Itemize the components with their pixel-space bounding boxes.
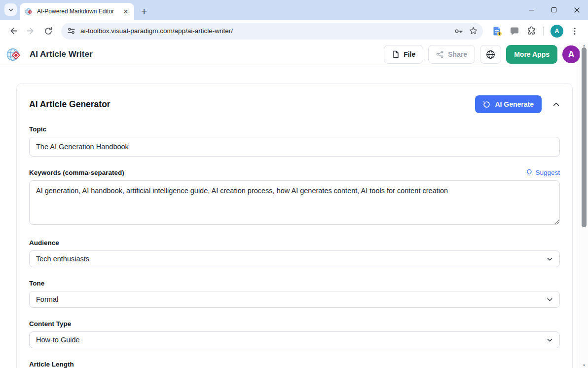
browser-tab-active[interactable]: AI-Powered Markdown Editor ✕: [20, 3, 134, 20]
password-key-icon[interactable]: [454, 26, 464, 36]
close-window-button[interactable]: [565, 0, 588, 20]
audience-select[interactable]: Tech enthusiasts: [29, 250, 560, 267]
keywords-label: Keywords (comma-separated): [29, 169, 124, 176]
content-type-value: How-to Guide: [36, 336, 80, 344]
minimize-button[interactable]: [520, 0, 543, 20]
ai-generate-icon: [483, 101, 490, 108]
docs-extension-icon[interactable]: [492, 26, 503, 37]
url-text[interactable]: ai-toolbox.visual-paradigm.com/app/ai-ar…: [80, 27, 449, 35]
scroll-down-icon[interactable]: ▼: [580, 362, 588, 368]
globe-icon: [486, 50, 495, 59]
page-scrollbar[interactable]: ▲ ▼: [580, 42, 588, 368]
reload-icon[interactable]: [40, 23, 56, 39]
app-title: AI Article Writer: [30, 49, 93, 59]
topic-input[interactable]: [29, 137, 560, 157]
extensions-puzzle-icon[interactable]: [526, 26, 536, 36]
tone-label: Tone: [29, 280, 560, 287]
keywords-textarea[interactable]: AI generation, AI handbook, artificial i…: [29, 180, 560, 225]
file-button-label: File: [404, 50, 415, 58]
file-document-icon: [392, 50, 400, 58]
audience-label: Audience: [29, 239, 560, 246]
tab-search-button[interactable]: [4, 3, 17, 16]
browser-toolbar: ai-toolbox.visual-paradigm.com/app/ai-ar…: [0, 20, 588, 42]
chevron-down-icon: [547, 256, 553, 262]
scrollbar-thumb[interactable]: [582, 47, 587, 227]
suggest-label: Suggest: [535, 169, 560, 176]
back-icon[interactable]: [5, 23, 21, 39]
kebab-menu-icon[interactable]: [570, 27, 579, 36]
share-button[interactable]: Share: [428, 45, 475, 64]
site-settings-icon[interactable]: [67, 27, 75, 35]
favicon-icon: [25, 7, 33, 16]
suggest-link[interactable]: Suggest: [526, 169, 560, 176]
browser-profile-avatar[interactable]: A: [551, 25, 563, 38]
chevron-down-icon: [547, 337, 553, 343]
article-generator-card: AI Article Generator AI Generate Topic K…: [16, 83, 573, 368]
collapse-chevron-up-icon[interactable]: [552, 101, 560, 108]
ai-generate-button[interactable]: AI Generate: [475, 95, 542, 113]
topic-label: Topic: [29, 125, 560, 133]
content-type-label: Content Type: [29, 320, 560, 327]
lightbulb-icon: [526, 169, 533, 176]
browser-titlebar: AI-Powered Markdown Editor ✕ +: [0, 0, 588, 20]
share-button-label: Share: [448, 50, 467, 58]
tone-select[interactable]: Formal: [29, 291, 560, 308]
tab-title: AI-Powered Markdown Editor: [37, 8, 117, 15]
bookmark-star-icon[interactable]: [469, 26, 478, 36]
ai-generate-label: AI Generate: [495, 100, 534, 108]
content-type-select[interactable]: How-to Guide: [29, 331, 560, 348]
app-header: AI Article Writer File Share More Apps A: [0, 42, 588, 67]
tab-close-icon[interactable]: ✕: [121, 7, 130, 16]
tone-value: Formal: [36, 295, 58, 303]
article-length-label: Article Length: [29, 361, 560, 368]
chevron-down-icon: [547, 296, 553, 303]
audience-value: Tech enthusiasts: [36, 255, 89, 263]
page-content: AI Article Generator AI Generate Topic K…: [0, 83, 588, 368]
card-title: AI Article Generator: [29, 99, 110, 110]
vp-logo-icon: [6, 47, 22, 62]
language-button[interactable]: [480, 45, 501, 64]
new-tab-button[interactable]: +: [141, 8, 147, 15]
chevron-down-icon: [8, 7, 14, 13]
forward-icon[interactable]: [23, 23, 38, 39]
more-apps-button[interactable]: More Apps: [506, 45, 557, 64]
toolbar-divider: [543, 27, 544, 36]
share-nodes-icon: [436, 50, 444, 58]
url-bar[interactable]: ai-toolbox.visual-paradigm.com/app/ai-ar…: [61, 23, 483, 40]
app-avatar[interactable]: A: [562, 45, 580, 63]
maximize-button[interactable]: [543, 0, 565, 20]
file-button[interactable]: File: [384, 45, 423, 64]
feedback-bubble-icon[interactable]: [510, 26, 519, 36]
